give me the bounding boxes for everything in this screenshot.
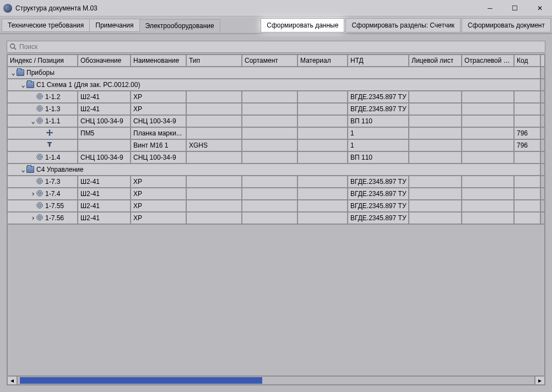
header-type[interactable]: Тип — [187, 55, 242, 66]
expand-toggle[interactable]: ⌄ — [20, 166, 26, 173]
cell[interactable]: СНЦ 100-34-9 — [78, 152, 131, 163]
cell[interactable] — [409, 176, 462, 187]
cell[interactable] — [187, 188, 242, 199]
cell[interactable] — [187, 152, 242, 163]
cell[interactable] — [462, 116, 515, 127]
cell[interactable] — [298, 91, 348, 102]
cell[interactable]: ХР — [131, 213, 187, 224]
cell[interactable] — [515, 200, 541, 211]
cell[interactable] — [187, 200, 242, 211]
cell[interactable] — [462, 91, 515, 102]
tab-notes[interactable]: Примечания — [89, 19, 139, 32]
cell[interactable]: ВГДЕ.2345.897 ТУ — [348, 91, 409, 102]
generate-data-button[interactable]: Сформировать данные — [261, 18, 344, 32]
header-facesheet[interactable]: Лицевой лист — [409, 55, 462, 66]
header-sortament[interactable]: Сортамент — [242, 55, 298, 66]
cell[interactable] — [515, 116, 541, 127]
cell[interactable]: ХР — [131, 188, 187, 199]
cell[interactable]: Планка марки... — [131, 128, 187, 139]
cell[interactable] — [409, 188, 462, 199]
cell[interactable]: ХР — [131, 104, 187, 115]
cell[interactable] — [298, 140, 348, 151]
cell[interactable] — [462, 140, 515, 151]
cell[interactable] — [409, 140, 462, 151]
close-button[interactable]: ✕ — [527, 0, 552, 16]
expand-toggle[interactable]: › — [30, 214, 36, 222]
cell[interactable] — [298, 128, 348, 139]
header-industrycode[interactable]: Отраслевой код — [462, 55, 515, 66]
cell[interactable] — [515, 188, 541, 199]
tree-grid[interactable]: Индекс / Позиция Обозначение Наименовани… — [7, 54, 545, 385]
table-row[interactable]: ›1-7.56Ш2-41ХРВГДЕ.2345.897 ТУ — [8, 213, 544, 225]
cell[interactable]: 1 — [348, 140, 409, 151]
cell[interactable]: Ш2-41 — [78, 188, 131, 199]
cell[interactable] — [409, 104, 462, 115]
cell[interactable] — [187, 176, 242, 187]
cell[interactable] — [409, 116, 462, 127]
cell[interactable]: Ш2-41 — [78, 200, 131, 211]
cell[interactable] — [242, 104, 298, 115]
cell[interactable] — [462, 176, 515, 187]
cell[interactable] — [242, 200, 298, 211]
expand-toggle[interactable]: ⌄ — [30, 117, 36, 125]
table-row[interactable]: 1-1.3Ш2-41ХРВГДЕ.2345.897 ТУ — [8, 104, 544, 116]
cell[interactable] — [298, 176, 348, 187]
cell[interactable] — [515, 176, 541, 187]
cell[interactable]: 1 — [348, 128, 409, 139]
cell[interactable]: ВГДЕ.2345.897 ТУ — [348, 104, 409, 115]
cell[interactable]: ХР — [131, 176, 187, 187]
cell[interactable] — [298, 152, 348, 163]
cell[interactable] — [242, 152, 298, 163]
cell[interactable] — [187, 91, 242, 102]
cell[interactable]: ВП 110 — [348, 152, 409, 163]
cell[interactable]: Ш2-41 — [78, 176, 131, 187]
cell[interactable]: ВГДЕ.2345.897 ТУ — [348, 188, 409, 199]
cell[interactable] — [187, 128, 242, 139]
cell[interactable]: Ш2-41 — [78, 213, 131, 224]
cell[interactable] — [409, 213, 462, 224]
cell[interactable] — [462, 152, 515, 163]
expand-toggle[interactable]: › — [30, 190, 36, 198]
cell[interactable] — [462, 200, 515, 211]
cell[interactable]: XGHS — [187, 140, 242, 151]
generate-sections-button[interactable]: Сформировать разделы: Счетчик — [345, 18, 461, 32]
scroll-thumb[interactable] — [20, 377, 262, 384]
cell[interactable] — [515, 91, 541, 102]
cell[interactable] — [515, 213, 541, 224]
cell[interactable]: ХР — [131, 200, 187, 211]
header-ntd[interactable]: НТД — [348, 55, 409, 66]
generate-document-button[interactable]: Сформировать документ — [462, 18, 551, 32]
group-row[interactable]: ⌄С1 Схема 1 (Для зак. РС.0012.00) — [8, 79, 544, 91]
cell[interactable]: Ш2-41 — [78, 104, 131, 115]
tab-tech-req[interactable]: Технические требования — [2, 19, 90, 32]
table-row[interactable]: ПМ5Планка марки...1796 — [8, 128, 544, 140]
cell[interactable]: 796 — [515, 140, 541, 151]
cell[interactable]: ВГДЕ.2345.897 ТУ — [348, 176, 409, 187]
cell[interactable] — [515, 104, 541, 115]
table-row[interactable]: 1-1.2Ш2-41ХРВГДЕ.2345.897 ТУ — [8, 91, 544, 104]
cell[interactable] — [462, 104, 515, 115]
cell[interactable] — [409, 200, 462, 211]
table-row[interactable]: 1-7.55Ш2-41ХРВГДЕ.2345.897 ТУ — [8, 200, 544, 213]
maximize-button[interactable]: ☐ — [502, 0, 527, 16]
cell[interactable] — [409, 152, 462, 163]
cell[interactable] — [462, 213, 515, 224]
search-bar[interactable] — [7, 41, 545, 53]
cell[interactable]: Винт М16 1 — [131, 140, 187, 151]
tab-electro[interactable]: Электрооборудование — [139, 19, 220, 32]
cell[interactable] — [298, 213, 348, 224]
table-row[interactable]: Винт М16 1XGHS1796 — [8, 140, 544, 152]
cell[interactable] — [298, 200, 348, 211]
header-name[interactable]: Наименование — [131, 55, 187, 66]
cell[interactable] — [409, 91, 462, 102]
cell[interactable]: ХР — [131, 91, 187, 102]
header-code[interactable]: Код — [515, 55, 541, 66]
cell[interactable]: ПМ5 — [78, 128, 131, 139]
cell[interactable]: Ш2-41 — [78, 91, 131, 102]
cell[interactable] — [187, 116, 242, 127]
header-material[interactable]: Материал — [298, 55, 348, 66]
header-designation[interactable]: Обозначение — [78, 55, 131, 66]
table-row[interactable]: 1-1.4СНЦ 100-34-9СНЦ 100-34-9ВП 110 — [8, 152, 544, 164]
cell[interactable]: СНЦ 100-34-9 — [78, 116, 131, 127]
cell[interactable] — [298, 116, 348, 127]
